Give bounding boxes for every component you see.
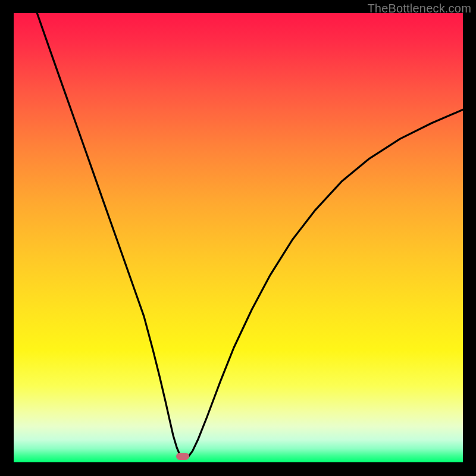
curve-layer (14, 13, 463, 462)
watermark-text: TheBottleneck.com (367, 2, 471, 15)
plot-area (14, 13, 463, 462)
optimum-marker (176, 453, 189, 460)
chart-frame: TheBottleneck.com (0, 0, 476, 476)
bottleneck-curve (37, 13, 463, 456)
